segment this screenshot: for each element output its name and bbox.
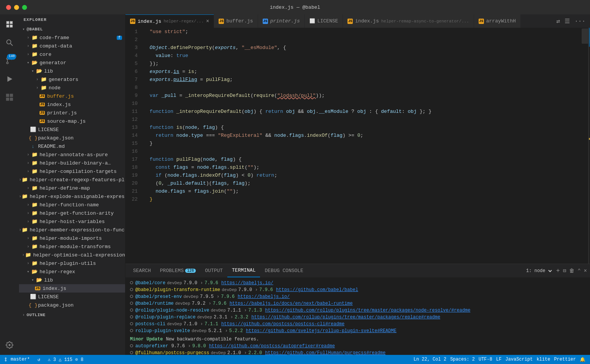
terminal-close-icon[interactable]: × (584, 268, 587, 274)
tab-index-js2[interactable]: JS index.js helper-remap-async-to-genera… (343, 14, 474, 28)
tab-label-3: printer.js (270, 18, 300, 24)
sidebar-item-printer-js[interactable]: JS printer.js (19, 109, 125, 117)
sidebar-item-hr-lib[interactable]: ▾ 📂 lib (19, 276, 125, 284)
terminal-trash-icon[interactable]: 🗑 (569, 268, 574, 274)
source-control-icon[interactable]: 140 (3, 54, 16, 68)
sidebar-item-helper-optimise[interactable]: › 📁 helper-optimise-call-expression (19, 251, 125, 259)
terminal-minor-update-header: Minor Update New backwards-compatible fe… (130, 336, 585, 343)
sidebar-item-helper-regex[interactable]: ▾ 📂 helper-regex (19, 267, 125, 276)
svg-rect-9 (10, 94, 13, 97)
sidebar-item-helper-get-function[interactable]: › 📁 helper-get-function-arity (19, 209, 125, 217)
code-line-17: function pullFlag(node, flag) { (141, 155, 582, 163)
sidebar-item-buffer-js[interactable]: JS buffer.js (19, 92, 125, 100)
svg-marker-6 (8, 76, 13, 82)
code-line-3: Object.defineProperty(exports, "__esModu… (141, 44, 582, 52)
tab-actions: ⇄ ☰ ··· (555, 14, 590, 28)
close-button[interactable] (6, 5, 11, 10)
terminal-row-8: rollup-plugin-svelte devDep 5.2.1 › 5.2.… (130, 328, 585, 334)
terminal-split-icon[interactable]: ⊟ (563, 267, 566, 274)
code-line-11: function _interopRequireDefault(obj) { r… (141, 108, 582, 116)
sidebar-item-helper-hoist[interactable]: › 📁 helper-hoist-variables (19, 217, 125, 226)
sidebar-item-hr-package[interactable]: { } package.json (19, 301, 125, 309)
terminal-maximize-icon[interactable]: ⌃ (577, 267, 580, 274)
sidebar-item-helper-builder[interactable]: › 📁 helper-builder-binary-assignment-ope… (19, 159, 125, 167)
sidebar-content[interactable]: ▾ @BABEL › 📁 code-frame f › 📁 compat-dat… (19, 25, 125, 355)
status-spaces[interactable]: Spaces: 2 (449, 357, 476, 362)
sidebar-item-helper-define-map[interactable]: › 📁 helper-define-map (19, 184, 125, 192)
sidebar-item-outline[interactable]: › OUTLINE (19, 311, 125, 319)
editor-content[interactable]: 12345 678910 1112131415 1617181920 2122 … (125, 28, 582, 264)
search-icon[interactable] (3, 36, 16, 49)
status-branch[interactable]: master* (3, 357, 31, 362)
terminal-tab-problems[interactable]: PROBLEMS 126 (155, 264, 200, 277)
terminal-tab-search[interactable]: SEARCH (128, 264, 155, 277)
sidebar-item-helper-module-transforms[interactable]: › 📁 helper-module-transforms (19, 242, 125, 251)
code-line-16 (141, 147, 582, 155)
sidebar-item-hr-index-js[interactable]: JS index.js (19, 284, 125, 293)
split-editor-icon[interactable]: ⇄ (555, 17, 562, 25)
minimap-scrollbar[interactable] (582, 28, 590, 264)
sidebar-item-index-js[interactable]: JS index.js (19, 100, 125, 109)
terminal-tab-debug[interactable]: DEBUG CONSOLE (260, 264, 308, 277)
node-select[interactable]: 1: node (523, 267, 553, 275)
toggle-sidebar-icon[interactable]: ☰ (563, 17, 571, 25)
sidebar-item-generator[interactable]: ▾ 📂 generator (19, 59, 125, 67)
sidebar-item-compat-data[interactable]: › 📁 compat-data (19, 42, 125, 50)
status-encoding[interactable]: UTF-8 (477, 357, 494, 362)
tab-index-js[interactable]: JS index.js helper-regex/... × (125, 14, 214, 28)
sidebar-item-hr-license[interactable]: ⬜ LICENSE (19, 293, 125, 301)
tab-close-icon[interactable]: × (206, 19, 209, 24)
tab-printer-js[interactable]: JS printer.js (258, 14, 305, 28)
sidebar-item-lib[interactable]: ▾ 📂 lib (19, 67, 125, 75)
tab-buffer-js[interactable]: JS buffer.js (214, 14, 258, 28)
tab-label: index.js (138, 19, 161, 24)
code-line-4: value: true (141, 52, 582, 60)
code-content[interactable]: "use strict"; Object.defineProperty(expo… (141, 28, 582, 264)
sidebar-item-gen-package[interactable]: { } package.json (19, 134, 125, 142)
sidebar-item-helper-annotate[interactable]: › 📁 helper-annotate-as-pure (19, 150, 125, 159)
settings-icon[interactable] (3, 338, 16, 352)
sidebar-item-helper-create-regexp[interactable]: › 📁 helper-create-regexp-features-plugin (19, 176, 125, 184)
sidebar-item-helper-member[interactable]: › 📁 helper-member-expression-to-function… (19, 226, 125, 234)
sidebar-item-babel-root[interactable]: ▾ @BABEL (19, 25, 125, 33)
code-line-13: function is(node, flag) { (141, 123, 582, 131)
status-eol[interactable]: LF (495, 357, 503, 362)
sidebar-item-generators[interactable]: › 📁 generators (19, 75, 125, 84)
sidebar-item-helper-module-imports[interactable]: › 📁 helper-module-imports (19, 234, 125, 242)
sidebar-item-core[interactable]: › 📁 core (19, 50, 125, 59)
status-tool2[interactable]: Prettier (552, 357, 577, 362)
terminal-add-icon[interactable]: + (556, 267, 560, 274)
extensions-icon[interactable] (3, 90, 16, 104)
tab-arraywith[interactable]: JS arrayWithH (474, 14, 521, 28)
minimize-button[interactable] (14, 5, 19, 10)
status-ln[interactable]: Ln 22, Col 2 (412, 357, 448, 362)
terminal-row-7: postcss-cli devDep 7.1.0 › 7.1.1 https:/… (130, 321, 585, 328)
sidebar-item-helper-function-name[interactable]: › 📁 helper-function-name (19, 201, 125, 209)
activity-bar: 140 (0, 14, 19, 355)
sidebar-item-source-map-js[interactable]: JS source-map.js (19, 117, 125, 125)
status-lang[interactable]: JavaScript (504, 357, 534, 362)
problems-badge: 126 (185, 269, 196, 273)
explorer-icon[interactable] (3, 17, 16, 31)
tab-label-5: index.js (355, 18, 379, 24)
maximize-button[interactable] (22, 5, 27, 10)
sidebar-item-helper-compilation[interactable]: › 📁 helper-compilation-targets (19, 167, 125, 176)
terminal-tab-output[interactable]: OUTPUT (200, 264, 227, 277)
terminal-row-1: @babel/core devDep 7.9.0 › 7.9.6 https:/… (130, 280, 585, 286)
sidebar-item-node[interactable]: › 📁 node (19, 84, 125, 92)
sidebar-item-code-frame[interactable]: › 📁 code-frame f (19, 33, 125, 42)
sidebar-item-gen-license[interactable]: ⬜ LICENSE (19, 125, 125, 134)
terminal-content[interactable]: @babel/core devDep 7.9.0 › 7.9.6 https:/… (125, 277, 590, 355)
status-errors[interactable]: ⚠ 3 △ 115 ⊙ 8 (46, 357, 85, 362)
more-actions-icon[interactable]: ··· (573, 18, 587, 25)
tab-license[interactable]: ⬜ LICENSE (305, 14, 343, 28)
status-tool1[interactable]: klite (535, 357, 552, 362)
sidebar-item-helper-explode[interactable]: › 📁 helper-explode-assignable-expression (19, 192, 125, 201)
status-sync[interactable]: ↺ (36, 357, 41, 362)
status-bell[interactable]: 🔔 (578, 357, 587, 362)
run-icon[interactable] (3, 72, 16, 86)
sidebar-item-gen-readme[interactable]: ↓ README.md (19, 142, 125, 150)
svg-rect-11 (10, 98, 13, 101)
sidebar-item-helper-plugin-utils[interactable]: › 📁 helper-plugin-utils (19, 259, 125, 267)
terminal-tab-terminal[interactable]: TERMINAL (227, 264, 260, 277)
